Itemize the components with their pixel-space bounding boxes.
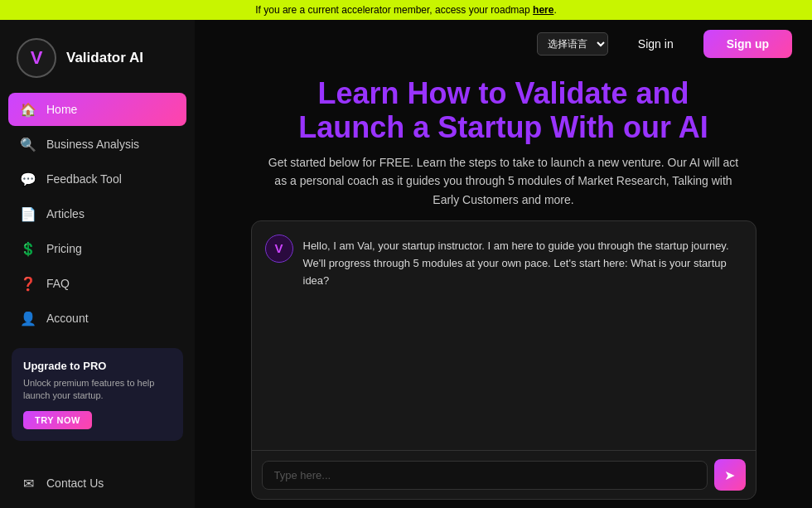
chat-send-button[interactable]: ➤ [714,459,746,491]
logo-symbol: V [31,47,43,69]
hero-title-line1: Learn How to Validate and [317,76,689,110]
sidebar-item-business-analysis-label: Business Analysis [46,138,139,151]
hero-title: Learn How to Validate and Launch a Start… [298,76,708,145]
sidebar: V Validator AI 🏠 Home 🔍 Business Analysi… [0,20,195,508]
sidebar-item-contact-us[interactable]: ✉ Contact Us [8,467,186,500]
account-icon: 👤 [20,310,36,327]
content-header: 选择语言 English 中文 Español Français Sign in… [195,20,812,68]
chat-message: V Hello, I am Val, your startup instruct… [265,235,742,289]
upgrade-button[interactable]: TRY NOW [23,411,92,429]
sidebar-item-business-analysis[interactable]: 🔍 Business Analysis [8,128,186,161]
chat-messages: V Hello, I am Val, your startup instruct… [252,221,756,450]
sign-up-button[interactable]: Sign up [703,30,792,58]
sidebar-item-account[interactable]: 👤 Account [8,302,186,335]
sidebar-item-faq[interactable]: ❓ FAQ [8,267,186,300]
upgrade-box: Upgrade to PRO Unlock premium features t… [12,348,183,441]
sidebar-item-articles-label: Articles [46,207,85,220]
logo-icon: V [17,38,56,78]
chat-input[interactable] [262,461,708,490]
main-content: Learn How to Validate and Launch a Start… [195,68,812,508]
sidebar-logo: V Validator AI [0,20,195,93]
home-icon: 🏠 [20,101,36,118]
sidebar-item-faq-label: FAQ [46,277,70,290]
contact-us-icon: ✉ [20,475,36,491]
sidebar-item-feedback-tool[interactable]: 💬 Feedback Tool [8,162,186,196]
chat-avatar-symbol: V [274,241,283,255]
articles-icon: 📄 [20,206,36,222]
sidebar-item-home[interactable]: 🏠 Home [8,93,186,126]
logo-text: Validator AI [66,50,143,66]
language-select[interactable]: 选择语言 English 中文 Español Français [537,32,608,56]
chat-input-row: ➤ [252,450,756,499]
sidebar-bottom: ✉ Contact Us [0,467,195,500]
hero-title-line2: Launch a Startup With our AI [298,110,708,144]
send-icon: ➤ [724,467,735,483]
feedback-tool-icon: 💬 [20,171,36,187]
banner-text: If you are a current accelerator member,… [255,4,533,16]
sidebar-item-contact-us-label: Contact Us [46,477,104,490]
chat-box: V Hello, I am Val, your startup instruct… [251,220,756,500]
faq-icon: ❓ [20,275,36,292]
hero-subtitle: Get started below for FREE. Learn the st… [263,153,744,209]
chat-bubble: Hello, I am Val, your startup instructor… [303,235,742,289]
business-analysis-icon: 🔍 [20,136,36,152]
sign-in-button[interactable]: Sign in [621,31,690,57]
sidebar-nav: 🏠 Home 🔍 Business Analysis 💬 Feedback To… [0,93,195,335]
banner-link[interactable]: here [533,4,553,16]
sidebar-item-feedback-tool-label: Feedback Tool [46,172,122,186]
sidebar-item-account-label: Account [46,312,89,325]
top-banner: If you are a current accelerator member,… [0,0,812,20]
sidebar-item-pricing-label: Pricing [46,242,82,255]
chat-avatar: V [265,235,293,263]
sidebar-item-articles[interactable]: 📄 Articles [8,197,186,230]
content-area: 选择语言 English 中文 Español Français Sign in… [195,20,812,508]
upgrade-description: Unlock premium features to help launch y… [23,377,172,403]
upgrade-title: Upgrade to PRO [23,360,172,372]
pricing-icon: 💲 [20,240,36,257]
sidebar-item-pricing[interactable]: 💲 Pricing [8,232,186,265]
sidebar-item-home-label: Home [46,103,77,116]
